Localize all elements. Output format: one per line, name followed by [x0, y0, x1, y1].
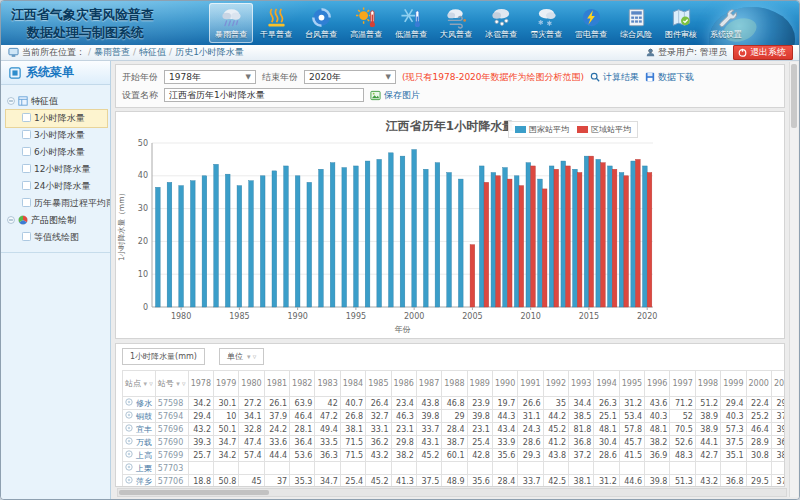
radio-icon[interactable] [125, 450, 133, 460]
toolbar-item-typhoon-survey[interactable]: 台风普查 [299, 3, 343, 43]
column-header-year[interactable]: 1982 [290, 371, 315, 397]
toolbar-item-high-temp-survey[interactable]: 高温普查 [344, 3, 388, 43]
checkbox-icon[interactable] [22, 181, 31, 192]
precip-value: 38.1 [569, 475, 594, 488]
toolbar-item-low-temp-survey[interactable]: 低温普查 [389, 3, 433, 43]
column-header-year[interactable]: 1989 [467, 371, 492, 397]
radio-icon[interactable] [125, 476, 133, 486]
column-header-year[interactable]: 2000 [746, 371, 771, 397]
precip-value: 39.8 [645, 475, 670, 488]
toolbar-item-snow-survey[interactable]: 雪灾普查 [524, 3, 568, 43]
column-header-year[interactable]: 1979 [213, 371, 238, 397]
start-year-select[interactable]: 1978年 ▼ [164, 70, 256, 84]
column-header-year[interactable]: 1985 [366, 371, 391, 397]
table-row[interactable]: 上栗57703 [123, 462, 786, 475]
toolbar-item-wind-survey[interactable]: 大风普查 [434, 3, 478, 43]
column-header-year[interactable]: 1986 [391, 371, 416, 397]
precipitation-bar-chart: 0102030405019801985199019952000200520102… [116, 135, 771, 335]
sidebar-item[interactable]: 1小时降水量 [6, 110, 107, 127]
column-header-year[interactable]: 1995 [619, 371, 644, 397]
breadcrumb-item[interactable]: 特征值 [139, 47, 166, 57]
calculate-button[interactable]: 计算结果 [590, 71, 639, 84]
column-header-year[interactable]: 1988 [442, 371, 467, 397]
expand-toggle-icon[interactable] [7, 216, 15, 226]
column-header-station[interactable]: 站点 ▾ ▿ [123, 371, 156, 397]
chevron-down-icon: ▼ [246, 73, 251, 81]
precip-value: 32.7 [366, 410, 391, 423]
radio-icon[interactable] [125, 424, 133, 434]
toolbar-item-lightning-survey[interactable]: 雷电普查 [569, 3, 613, 43]
sidebar-item[interactable]: 历年暴雨过程平均雨量 [6, 195, 107, 212]
column-header-year[interactable]: 1984 [340, 371, 365, 397]
column-header-year[interactable]: 1999 [721, 371, 746, 397]
save-image-button[interactable]: 保存图片 [370, 89, 420, 102]
radio-icon[interactable] [125, 463, 133, 473]
precip-value: 41.5 [619, 449, 644, 462]
column-header-year[interactable]: 1994 [594, 371, 619, 397]
table-row[interactable]: 宜丰5769643.250.132.824.228.149.438.133.12… [123, 423, 786, 436]
sidebar-item[interactable]: 24小时降水量 [6, 178, 107, 195]
precip-value: 81.8 [569, 423, 594, 436]
horizontal-scrollbar[interactable] [117, 488, 787, 497]
column-header-year[interactable]: 1981 [264, 371, 289, 397]
table-row[interactable]: 萍乡5770618.850.8453735.334.725.445.241.33… [123, 475, 786, 488]
column-header-year[interactable]: 1990 [492, 371, 517, 397]
chart-name-input[interactable]: 江西省历年1小时降水量 [164, 88, 364, 102]
precip-value: 10 [213, 410, 238, 423]
checkbox-icon[interactable] [22, 147, 31, 158]
column-header-station-id[interactable]: 站号 ▾ ▿ [155, 371, 188, 397]
checkbox-icon[interactable] [22, 113, 31, 124]
precip-value: 43.8 [416, 397, 441, 410]
checkbox-icon[interactable] [22, 198, 31, 209]
vertical-scrollbar-thumb[interactable] [791, 64, 797, 128]
column-header-year[interactable]: 1987 [416, 371, 441, 397]
precip-value: 57.3 [721, 423, 746, 436]
column-header-year[interactable]: 1992 [543, 371, 568, 397]
checkbox-icon[interactable] [22, 164, 31, 175]
radio-icon[interactable] [125, 411, 133, 421]
logout-button[interactable]: 退出系统 [733, 45, 793, 60]
toolbar-item-map-review[interactable]: 图件审核 [659, 3, 703, 43]
toolbar-item-rain-survey[interactable]: 暴雨普查 [209, 3, 253, 43]
precip-value: 36.8 [569, 436, 594, 449]
table-row[interactable]: 上高5769925.734.257.444.453.636.371.543.23… [123, 449, 786, 462]
sidebar-item[interactable]: 等值线绘图 [6, 229, 107, 246]
column-header-year[interactable]: 2001 [771, 371, 785, 397]
expand-toggle-icon[interactable] [7, 97, 15, 107]
end-year-select[interactable]: 2020年 ▼ [304, 70, 396, 84]
column-header-year[interactable]: 1980 [239, 371, 264, 397]
vertical-scrollbar[interactable] [789, 62, 798, 497]
sidebar-item[interactable]: 3小时降水量 [6, 127, 107, 144]
sidebar-item[interactable]: 6小时降水量 [6, 144, 107, 161]
download-button[interactable]: 数据下载 [645, 71, 694, 84]
table-row[interactable]: 万载5769039.334.747.433.636.433.571.536.22… [123, 436, 786, 449]
breadcrumb-item[interactable]: 历史1小时降水量 [175, 47, 244, 57]
column-header-year[interactable]: 1993 [569, 371, 594, 397]
precip-value: 35.3 [290, 475, 315, 488]
toolbar-item-system-settings[interactable]: 系统设置 [704, 3, 748, 43]
toolbar-item-risk-calc[interactable]: 综合风险 [614, 3, 658, 43]
table-controls: 1小时降水量(mm) 单位 ▾ ▿ [122, 348, 778, 365]
precip-value: 33.7 [518, 475, 543, 488]
precip-value: 39.8 [467, 410, 492, 423]
checkbox-icon[interactable] [22, 232, 31, 243]
table-row[interactable]: 铜鼓5769429.41034.137.946.447.226.832.746.… [123, 410, 786, 423]
toolbar-item-drought-survey[interactable]: 干旱普查 [254, 3, 298, 43]
column-header-year[interactable]: 1978 [188, 371, 213, 397]
radio-icon[interactable] [125, 398, 133, 408]
unit-filter-dropdown[interactable]: 单位 ▾ ▿ [219, 348, 264, 365]
column-header-year[interactable]: 1996 [645, 371, 670, 397]
sidebar-group-feature-table[interactable]: 特征值 [6, 93, 107, 110]
toolbar-item-hail-survey[interactable]: 冰雹普查 [479, 3, 523, 43]
column-header-year[interactable]: 1998 [695, 371, 720, 397]
table-row[interactable]: 修水5759834.230.127.226.163.94240.726.423.… [123, 397, 786, 410]
column-header-year[interactable]: 1983 [315, 371, 340, 397]
checkbox-icon[interactable] [22, 130, 31, 141]
breadcrumb-item[interactable]: 暴雨普查 [94, 47, 130, 57]
column-header-year[interactable]: 1991 [518, 371, 543, 397]
column-header-year[interactable]: 1997 [670, 371, 695, 397]
radio-icon[interactable] [125, 437, 133, 447]
sidebar-item[interactable]: 12小时降水量 [6, 161, 107, 178]
sidebar-group-color-wheel[interactable]: 产品图绘制 [6, 212, 107, 229]
horizontal-scrollbar-thumb[interactable] [119, 490, 269, 495]
